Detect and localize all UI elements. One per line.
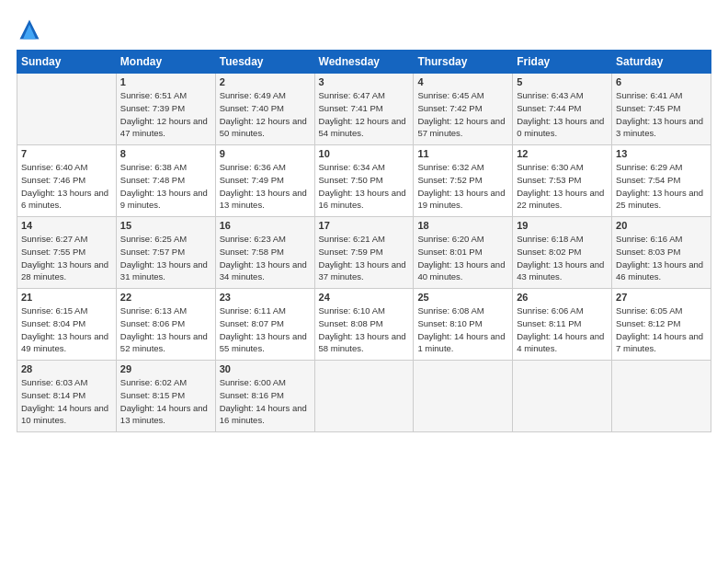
- day-header-friday: Friday: [513, 51, 612, 74]
- cell-info: Sunrise: 6:00 AMSunset: 8:16 PMDaylight:…: [220, 376, 311, 427]
- day-header-monday: Monday: [116, 51, 215, 74]
- cell-info: Sunrise: 6:29 AMSunset: 7:54 PMDaylight:…: [616, 161, 707, 212]
- cell-info: Sunrise: 6:38 AMSunset: 7:48 PMDaylight:…: [120, 161, 211, 212]
- day-number: 30: [220, 363, 311, 374]
- calendar-cell: 11Sunrise: 6:32 AMSunset: 7:52 PMDayligh…: [414, 145, 513, 217]
- day-number: 24: [319, 292, 410, 303]
- day-number: 9: [220, 148, 311, 159]
- calendar-cell: 4Sunrise: 6:45 AMSunset: 7:42 PMDaylight…: [414, 74, 513, 145]
- cell-info: Sunrise: 6:10 AMSunset: 8:08 PMDaylight:…: [319, 304, 410, 355]
- week-row-2: 7Sunrise: 6:40 AMSunset: 7:46 PMDaylight…: [17, 145, 711, 217]
- logo-icon: [17, 17, 42, 42]
- calendar-cell: 16Sunrise: 6:23 AMSunset: 7:58 PMDayligh…: [215, 217, 314, 289]
- calendar-cell: 24Sunrise: 6:10 AMSunset: 8:08 PMDayligh…: [314, 289, 414, 361]
- calendar-cell: 20Sunrise: 6:16 AMSunset: 8:03 PMDayligh…: [612, 217, 711, 289]
- day-number: 19: [517, 220, 608, 231]
- calendar-cell: 21Sunrise: 6:15 AMSunset: 8:04 PMDayligh…: [17, 289, 117, 361]
- day-header-sunday: Sunday: [17, 51, 117, 74]
- day-number: 1: [120, 76, 211, 87]
- calendar-cell: 7Sunrise: 6:40 AMSunset: 7:46 PMDaylight…: [17, 145, 117, 217]
- calendar-cell: 19Sunrise: 6:18 AMSunset: 8:02 PMDayligh…: [513, 217, 612, 289]
- day-number: 20: [616, 220, 707, 231]
- calendar-cell: 2Sunrise: 6:49 AMSunset: 7:40 PMDaylight…: [215, 74, 314, 145]
- cell-info: Sunrise: 6:45 AMSunset: 7:42 PMDaylight:…: [417, 89, 508, 140]
- day-number: 14: [21, 220, 112, 231]
- day-number: 22: [120, 292, 211, 303]
- day-number: 3: [319, 76, 410, 87]
- day-number: 23: [220, 292, 311, 303]
- day-number: 2: [220, 76, 311, 87]
- calendar-cell: [414, 361, 513, 432]
- cell-info: Sunrise: 6:23 AMSunset: 7:58 PMDaylight:…: [220, 233, 311, 283]
- calendar-cell: 10Sunrise: 6:34 AMSunset: 7:50 PMDayligh…: [314, 145, 414, 217]
- calendar-table: SundayMondayTuesdayWednesdayThursdayFrid…: [17, 50, 711, 432]
- cell-info: Sunrise: 6:43 AMSunset: 7:44 PMDaylight:…: [517, 89, 608, 140]
- calendar-cell: 14Sunrise: 6:27 AMSunset: 7:55 PMDayligh…: [17, 217, 117, 289]
- day-number: 18: [417, 220, 508, 231]
- day-header-saturday: Saturday: [612, 51, 711, 74]
- cell-info: Sunrise: 6:40 AMSunset: 7:46 PMDaylight:…: [21, 161, 112, 212]
- week-row-1: 1Sunrise: 6:51 AMSunset: 7:39 PMDaylight…: [17, 74, 711, 145]
- cell-info: Sunrise: 6:30 AMSunset: 7:53 PMDaylight:…: [517, 161, 608, 212]
- calendar-cell: 5Sunrise: 6:43 AMSunset: 7:44 PMDaylight…: [513, 74, 612, 145]
- cell-info: Sunrise: 6:11 AMSunset: 8:07 PMDaylight:…: [220, 304, 311, 355]
- cell-info: Sunrise: 6:47 AMSunset: 7:41 PMDaylight:…: [319, 89, 410, 140]
- cell-info: Sunrise: 6:15 AMSunset: 8:04 PMDaylight:…: [21, 304, 112, 355]
- calendar-cell: [17, 74, 117, 145]
- calendar-cell: 28Sunrise: 6:03 AMSunset: 8:14 PMDayligh…: [17, 361, 117, 432]
- calendar-cell: 13Sunrise: 6:29 AMSunset: 7:54 PMDayligh…: [612, 145, 711, 217]
- cell-info: Sunrise: 6:05 AMSunset: 8:12 PMDaylight:…: [616, 304, 707, 355]
- cell-info: Sunrise: 6:32 AMSunset: 7:52 PMDaylight:…: [417, 161, 508, 212]
- calendar-cell: 22Sunrise: 6:13 AMSunset: 8:06 PMDayligh…: [116, 289, 215, 361]
- day-number: 29: [120, 363, 211, 374]
- cell-info: Sunrise: 6:02 AMSunset: 8:15 PMDaylight:…: [120, 376, 211, 427]
- week-row-3: 14Sunrise: 6:27 AMSunset: 7:55 PMDayligh…: [17, 217, 711, 289]
- cell-info: Sunrise: 6:20 AMSunset: 8:01 PMDaylight:…: [417, 233, 508, 283]
- cell-info: Sunrise: 6:34 AMSunset: 7:50 PMDaylight:…: [319, 161, 410, 212]
- calendar-cell: 1Sunrise: 6:51 AMSunset: 7:39 PMDaylight…: [116, 74, 215, 145]
- day-header-thursday: Thursday: [414, 51, 513, 74]
- calendar-cell: 6Sunrise: 6:41 AMSunset: 7:45 PMDaylight…: [612, 74, 711, 145]
- cell-info: Sunrise: 6:25 AMSunset: 7:57 PMDaylight:…: [120, 233, 211, 283]
- header: [17, 17, 711, 42]
- calendar-cell: 23Sunrise: 6:11 AMSunset: 8:07 PMDayligh…: [215, 289, 314, 361]
- calendar-cell: [612, 361, 711, 432]
- cell-info: Sunrise: 6:18 AMSunset: 8:02 PMDaylight:…: [517, 233, 608, 283]
- cell-info: Sunrise: 6:36 AMSunset: 7:49 PMDaylight:…: [220, 161, 311, 212]
- day-number: 25: [417, 292, 508, 303]
- calendar-cell: 29Sunrise: 6:02 AMSunset: 8:15 PMDayligh…: [116, 361, 215, 432]
- calendar-cell: 30Sunrise: 6:00 AMSunset: 8:16 PMDayligh…: [215, 361, 314, 432]
- day-number: 6: [616, 76, 707, 87]
- cell-info: Sunrise: 6:49 AMSunset: 7:40 PMDaylight:…: [220, 89, 311, 140]
- calendar-header-row: SundayMondayTuesdayWednesdayThursdayFrid…: [17, 51, 711, 74]
- day-number: 16: [220, 220, 311, 231]
- calendar-cell: 18Sunrise: 6:20 AMSunset: 8:01 PMDayligh…: [414, 217, 513, 289]
- day-number: 12: [517, 148, 608, 159]
- cell-info: Sunrise: 6:03 AMSunset: 8:14 PMDaylight:…: [21, 376, 112, 427]
- day-number: 7: [21, 148, 112, 159]
- cell-info: Sunrise: 6:27 AMSunset: 7:55 PMDaylight:…: [21, 233, 112, 283]
- calendar-cell: [314, 361, 414, 432]
- calendar-cell: [513, 361, 612, 432]
- day-number: 10: [319, 148, 410, 159]
- day-number: 8: [120, 148, 211, 159]
- cell-info: Sunrise: 6:21 AMSunset: 7:59 PMDaylight:…: [319, 233, 410, 283]
- calendar-cell: 8Sunrise: 6:38 AMSunset: 7:48 PMDaylight…: [116, 145, 215, 217]
- cell-info: Sunrise: 6:51 AMSunset: 7:39 PMDaylight:…: [120, 89, 211, 140]
- cell-info: Sunrise: 6:41 AMSunset: 7:45 PMDaylight:…: [616, 89, 707, 140]
- day-number: 13: [616, 148, 707, 159]
- cell-info: Sunrise: 6:13 AMSunset: 8:06 PMDaylight:…: [120, 304, 211, 355]
- cell-info: Sunrise: 6:06 AMSunset: 8:11 PMDaylight:…: [517, 304, 608, 355]
- calendar-cell: 9Sunrise: 6:36 AMSunset: 7:49 PMDaylight…: [215, 145, 314, 217]
- week-row-5: 28Sunrise: 6:03 AMSunset: 8:14 PMDayligh…: [17, 361, 711, 432]
- day-number: 26: [517, 292, 608, 303]
- day-number: 11: [417, 148, 508, 159]
- main-container: SundayMondayTuesdayWednesdayThursdayFrid…: [0, 0, 728, 442]
- day-number: 27: [616, 292, 707, 303]
- day-number: 15: [120, 220, 211, 231]
- calendar-cell: 15Sunrise: 6:25 AMSunset: 7:57 PMDayligh…: [116, 217, 215, 289]
- day-header-tuesday: Tuesday: [215, 51, 314, 74]
- day-number: 4: [417, 76, 508, 87]
- cell-info: Sunrise: 6:16 AMSunset: 8:03 PMDaylight:…: [616, 233, 707, 283]
- calendar-cell: 12Sunrise: 6:30 AMSunset: 7:53 PMDayligh…: [513, 145, 612, 217]
